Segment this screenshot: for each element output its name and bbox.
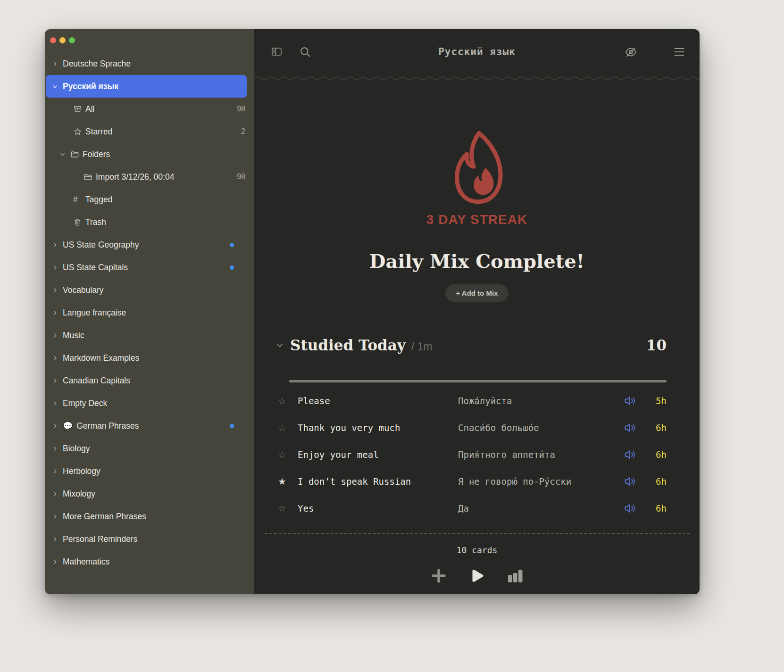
section-title: Studied Today [290,337,406,354]
chevron-right-icon[interactable] [52,288,63,293]
sidebar-item-mathematics[interactable]: Mathematics [45,550,254,573]
sidebar-item-music[interactable]: Music [45,324,254,347]
wavy-divider [254,75,700,81]
chevron-right-icon[interactable] [52,333,63,338]
speaker-icon[interactable] [624,449,645,460]
chevron-right-icon[interactable] [52,537,63,542]
sidebar-item-empty-deck[interactable]: Empty Deck [45,392,254,415]
item-label: All [85,104,94,114]
deck-label: Herbology [63,466,100,476]
sidebar-item-more-german-phrases[interactable]: More German Phrases [45,505,254,528]
sidebar-toggle-icon[interactable] [270,46,283,58]
deck-label: Русский язык [63,82,118,91]
star-toggle-icon[interactable]: ☆ [276,395,288,407]
sidebar-item-us-state-geography[interactable]: US State Geography [45,233,254,256]
chevron-right-icon[interactable] [52,514,63,519]
play-study-icon[interactable] [469,568,485,583]
sidebar-item-herbology[interactable]: Herbology [45,460,254,482]
sidebar-item-langue-francaise[interactable]: Langue française [45,301,254,324]
sidebar-item-personal-reminders[interactable]: Personal Reminders [45,528,254,550]
deck-label: Biology [63,444,90,454]
speaker-icon[interactable] [624,503,645,514]
deck-label: German Phrases [76,421,139,431]
deck-label: Music [63,331,84,340]
sidebar-item-canadian-capitals[interactable]: Canadian Capitals [45,369,254,392]
chevron-right-icon[interactable] [52,265,63,270]
hide-answers-icon[interactable] [625,46,637,58]
unread-dot [230,424,234,428]
sidebar-item-all[interactable]: All 98 [45,98,254,120]
flame-icon [442,129,512,205]
chevron-down-icon[interactable] [276,341,284,349]
stats-icon[interactable] [508,569,523,583]
card-back: Прия́тного аппети́та [458,449,624,460]
chevron-right-icon[interactable] [52,356,63,361]
chevron-right-icon[interactable] [52,401,63,406]
sidebar-item-markdown-examples[interactable]: Markdown Examples [45,347,254,369]
close-window-button[interactable] [50,37,56,43]
sidebar-item-russian-selected[interactable]: Русский язык [46,75,247,98]
sidebar-item-tagged[interactable]: # Tagged [45,188,254,211]
streak-banner: 3 DAY STREAK [254,129,700,227]
sidebar-deck-list: Deutsche Sprache Русский язык All 98 Sta… [45,29,254,573]
cards-count: 10 cards [254,545,700,555]
chevron-right-icon[interactable] [52,378,63,383]
card-row[interactable]: ★ I don’t speak Russian Я не говорю́ по-… [276,468,667,495]
daily-mix-title: Daily Mix Complete! [254,250,700,272]
item-label: Folders [83,149,110,159]
chevron-right-icon[interactable] [52,491,63,497]
last-reviewed: 6h [645,503,667,514]
speaker-icon[interactable] [624,476,645,487]
sidebar-item-biology[interactable]: Biology [45,437,254,460]
chevron-right-icon[interactable] [52,242,63,248]
chevron-right-icon[interactable] [52,446,63,451]
archive-icon [73,105,85,114]
card-count: 98 [237,105,245,113]
menu-icon[interactable] [673,47,685,57]
chevron-right-icon[interactable] [52,310,63,315]
window-controls [50,37,75,43]
add-to-mix-button[interactable]: + Add to Mix [445,284,508,302]
card-row[interactable]: ☆ Yes Да 6h [276,495,667,522]
chevron-right-icon[interactable] [52,469,63,474]
card-front: Thank you very much [298,423,458,433]
sidebar-item-deutsche-sprache[interactable]: Deutsche Sprache [45,52,254,75]
card-count: 2 [241,127,245,136]
sidebar-item-import-folder[interactable]: Import 3/12/26, 00:04 98 [45,166,254,188]
star-toggle-icon[interactable]: ★ [276,476,288,487]
minimize-window-button[interactable] [59,37,66,43]
card-row[interactable]: ☆ Enjoy your meal Прия́тного аппети́та 6… [276,441,667,468]
item-label: Trash [85,217,106,227]
zoom-window-button[interactable] [69,37,75,43]
chevron-right-icon[interactable] [52,559,63,564]
card-back: Я не говорю́ по-Ру́сски [458,476,624,487]
card-row[interactable]: ☆ Please Пожа́луйста 5h [276,387,667,414]
sidebar-item-us-state-capitals[interactable]: US State Capitals [45,256,254,279]
deck-label: Markdown Examples [63,353,139,363]
app-window: Deutsche Sprache Русский язык All 98 Sta… [45,29,700,594]
trash-icon [73,218,85,226]
last-reviewed: 5h [645,396,667,406]
search-icon[interactable] [299,46,311,58]
sidebar-item-mixology[interactable]: Mixology [45,482,254,505]
sidebar-item-folders[interactable]: Folders [45,143,254,166]
sidebar-item-trash[interactable]: Trash [45,211,254,233]
chevron-down-icon[interactable] [52,84,63,89]
deck-content: 3 DAY STREAK Daily Mix Complete! + Add t… [254,81,700,594]
chevron-right-icon[interactable] [52,423,63,429]
deck-label: Canadian Capitals [63,376,130,386]
speaker-icon[interactable] [624,423,645,433]
study-duration: / 1m [411,340,433,353]
chevron-down-icon[interactable] [60,152,70,157]
add-card-icon[interactable] [431,568,446,583]
chevron-right-icon[interactable] [52,61,63,66]
speaker-icon[interactable] [624,396,645,406]
star-icon [73,127,85,136]
sidebar-item-vocabulary[interactable]: Vocabulary [45,279,254,301]
star-toggle-icon[interactable]: ☆ [276,422,288,433]
sidebar-item-german-phrases[interactable]: 💬 German Phrases [45,415,254,437]
star-toggle-icon[interactable]: ☆ [276,503,288,514]
card-row[interactable]: ☆ Thank you very much Спаси́бо большо́е … [276,414,667,441]
sidebar-item-starred[interactable]: Starred 2 [45,120,254,143]
star-toggle-icon[interactable]: ☆ [276,449,288,460]
